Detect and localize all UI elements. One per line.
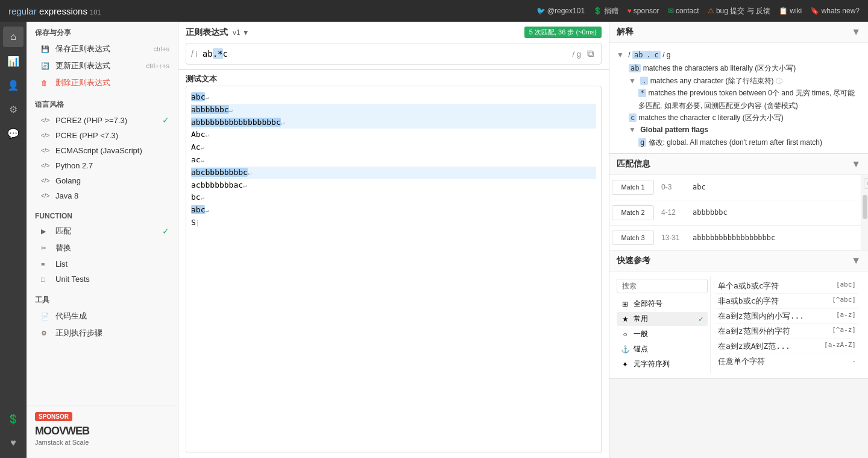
qr-syntax-6: . <box>852 356 856 367</box>
top-navigation: regular expressions 101 🐦 @regex101 💲 捐赠… <box>0 0 868 22</box>
lang-pcre-item[interactable]: </> PCRE (PHP <7.3) <box>27 128 178 143</box>
home-icon-btn[interactable]: ⌂ <box>3 27 24 47</box>
test-line: abc↵ <box>191 204 596 217</box>
quick-ref-right-panel: 单个a或b或c字符 [abc] 非a或b或c的字符 [^abc] 在a到z范围内… <box>711 276 863 374</box>
chart-icon-btn[interactable]: 📊 <box>3 51 24 71</box>
sponsor-badge[interactable]: SPONSOR <box>35 412 72 421</box>
steps-item[interactable]: ⚙ 正则执行步骤 <box>27 325 178 342</box>
quick-ref-header[interactable]: 快速参考 ▼ <box>609 250 868 272</box>
cat-anchor[interactable]: ⚓ 锚点 <box>617 342 708 356</box>
qr-item-1: 单个a或b或c字符 [abc] <box>715 279 858 294</box>
lang-ecma-label: ECMAScript (JavaScript) <box>55 146 142 155</box>
test-line: acbbbbbbbac↵ <box>191 179 596 192</box>
lang-pcre2-label: PCRE2 (PHP >=7.3) <box>55 116 127 125</box>
update-shortcut: ctrl+↑+s <box>146 62 169 69</box>
match-1-range: 0-3 <box>661 181 685 193</box>
scrollbar-thumb[interactable] <box>863 195 867 219</box>
nav-links: 🐦 @regex101 💲 捐赠 ♥ sponsor ✉ contact ⚠ b… <box>536 6 860 16</box>
quick-ref-categories: ⊞ 全部符号 ★ 常用 ✓ ○ 一般 <box>617 297 708 371</box>
func-unit-tests-item[interactable]: □ Unit Tests <box>27 272 178 287</box>
update-icon: 🔄 <box>41 62 52 70</box>
qr-desc-1: 单个a或b或c字符 <box>718 281 779 291</box>
sponsor-link[interactable]: ♥ sponsor <box>627 7 659 15</box>
save-regex-item[interactable]: 💾 保存正则表达式 ctrl+s <box>27 40 178 57</box>
qr-item-3: 在a到z范围内的小写... [a-z] <box>715 309 858 324</box>
regex-copy-button[interactable]: ⧉ <box>585 47 596 60</box>
anchor-icon: ⚓ <box>620 345 630 354</box>
brand-logo[interactable]: regular expressions 101 <box>8 6 101 16</box>
bug-link[interactable]: ⚠ bug 提交 与 反馈 <box>708 6 770 16</box>
codegen-item[interactable]: 📄 代码生成 <box>27 308 178 325</box>
test-textarea[interactable]: abc↵ abbbbbbc↵ abbbbbbbbbbbbbbbbbc↵ Abc↵… <box>186 86 602 453</box>
chat-icon-btn[interactable]: 💬 <box>3 123 24 144</box>
lang-java-item[interactable]: </> Java 8 <box>27 188 178 203</box>
cat-all-label: 全部符号 <box>634 299 662 309</box>
quick-ref-search-input[interactable] <box>617 279 708 293</box>
test-line: Ac↵ <box>191 141 596 154</box>
qr-desc-4: 在a到z范围外的字符 <box>718 326 790 337</box>
code-icon-pcre: </> <box>41 132 52 139</box>
save-regex-label: 保存正则表达式 <box>55 43 110 54</box>
func-match-item[interactable]: ▶ 匹配 ✓ <box>27 223 178 240</box>
settings-icon-btn[interactable]: ⚙ <box>3 99 24 119</box>
regex-input-bar: / i ab.*c / g ⧉ <box>186 43 602 65</box>
explanation-header[interactable]: 解释 ▼ <box>609 22 868 43</box>
test-line: abbbbbbc↵ <box>191 104 596 116</box>
heart-icon-btn[interactable]: ♥ <box>3 433 24 453</box>
test-line: abc↵ <box>191 91 596 104</box>
cat-all[interactable]: ⊞ 全部符号 <box>617 297 708 311</box>
match-1-badge: Match 1 <box>612 180 654 195</box>
content-body: 正则表达式 v1 ▼ 5 次匹配, 36 步 (~0ms) / i ab.*c … <box>178 22 868 458</box>
match-copy-button[interactable]: ⧉ <box>861 175 868 192</box>
sponsor-logo[interactable]: MOOVWEB <box>35 425 169 437</box>
regex-pattern-display[interactable]: ab.*c <box>200 49 569 59</box>
wiki-link[interactable]: 📋 wiki <box>779 7 802 15</box>
cat-common[interactable]: ★ 常用 ✓ <box>617 312 708 326</box>
lang-ecma-item[interactable]: </> ECMAScript (JavaScript) <box>27 143 178 158</box>
common-icon: ★ <box>620 315 630 323</box>
regex-prefix-slash: / <box>191 49 193 59</box>
qr-item-6: 任意单个字符 . <box>715 354 858 369</box>
chevron-down-icon: ▼ <box>242 28 250 37</box>
test-line: bc↵ <box>191 191 596 204</box>
qr-desc-2: 非a或b或c的字符 <box>718 296 779 307</box>
donate-link[interactable]: 💲 捐赠 <box>593 6 618 16</box>
qr-syntax-3: [a-z] <box>836 311 856 322</box>
quick-ref-layout: ⊞ 全部符号 ★ 常用 ✓ ○ 一般 <box>614 276 863 374</box>
dollar-icon-btn[interactable]: 💲 <box>3 409 24 429</box>
lang-pcre2-item[interactable]: </> PCRE2 (PHP >=7.3) ✓ <box>27 112 178 128</box>
match-info-section: 匹配信息 ▼ Match 1 0-3 abc Match 2 <box>609 154 868 250</box>
code-icon-ecma: </> <box>41 147 52 154</box>
twitter-link[interactable]: 🐦 @regex101 <box>536 7 585 15</box>
general-icon: ○ <box>620 330 630 339</box>
lang-golang-item[interactable]: </> Golang <box>27 173 178 188</box>
all-icon: ⊞ <box>620 300 630 308</box>
sidebar: 保存与分享 💾 保存正则表达式 ctrl+s 🔄 更新正则表达式 ctrl+↑+… <box>27 22 178 458</box>
func-list-item[interactable]: ≡ List <box>27 256 178 272</box>
match-scrollbar[interactable]: ⧉ <box>861 175 868 250</box>
whatsnew-link[interactable]: 🔖 whats new? <box>810 7 860 15</box>
match-info-header[interactable]: 匹配信息 ▼ <box>609 154 868 175</box>
regex-header: 正则表达式 v1 ▼ 5 次匹配, 36 步 (~0ms) / i ab.*c … <box>178 22 609 70</box>
code-icon-java: </> <box>41 192 52 199</box>
cat-general[interactable]: ○ 一般 <box>617 327 708 341</box>
contact-link[interactable]: ✉ contact <box>668 7 699 15</box>
regex-version[interactable]: v1 ▼ <box>233 28 250 37</box>
match-section-inner: Match 1 0-3 abc Match 2 4-12 abbbbbbc Ma… <box>609 175 868 250</box>
match-2-badge: Match 2 <box>612 205 654 220</box>
match-list: Match 1 0-3 abc Match 2 4-12 abbbbbbc Ma… <box>609 175 861 250</box>
save-section-title: 保存与分享 <box>27 22 178 40</box>
quick-ref-body: ⊞ 全部符号 ★ 常用 ✓ ○ 一般 <box>609 272 868 378</box>
lang-python-item[interactable]: </> Python 2.7 <box>27 158 178 173</box>
func-replace-item[interactable]: ✂ 替换 <box>27 240 178 256</box>
cat-common-check: ✓ <box>698 315 704 323</box>
qr-syntax-1: [abc] <box>836 281 856 291</box>
lang-python-label: Python 2.7 <box>55 161 93 170</box>
user-icon-btn[interactable]: 👤 <box>3 75 24 95</box>
delete-regex-item[interactable]: 🗑 删除正则表达式 <box>27 74 178 91</box>
copy-icon[interactable]: ⧉ <box>864 178 868 189</box>
cat-meta[interactable]: ✦ 元字符序列 <box>617 357 708 371</box>
qr-item-2: 非a或b或c的字符 [^abc] <box>715 294 858 309</box>
update-regex-item[interactable]: 🔄 更新正则表达式 ctrl+↑+s <box>27 57 178 74</box>
match-row-3: Match 3 13-31 abbbbbbbbbbbbbbbbbc <box>609 226 861 250</box>
